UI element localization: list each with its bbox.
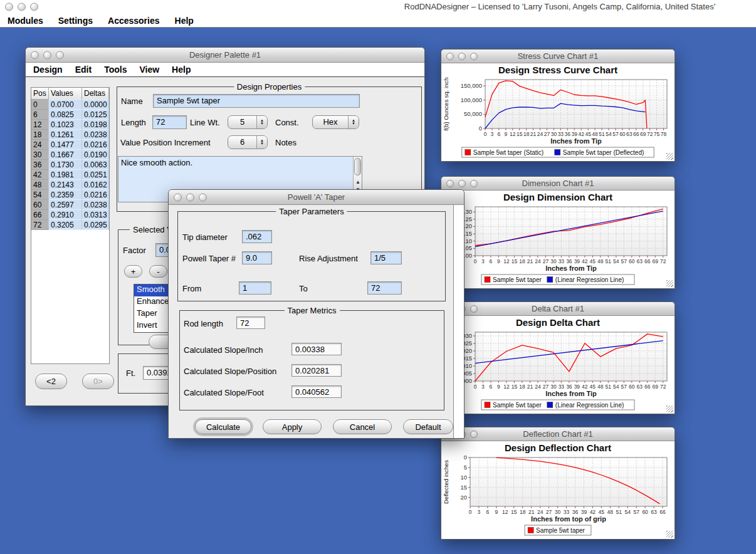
from-field[interactable]: 1 (239, 281, 271, 295)
table-cell[interactable]: 18 (31, 130, 49, 140)
resize-grip[interactable] (666, 280, 673, 287)
table-cell[interactable]: 0.0238 (82, 130, 109, 140)
table-cell[interactable]: 0.0251 (82, 170, 109, 180)
to-field[interactable]: 72 (367, 281, 402, 295)
app-menu-accessories[interactable]: Accessories (108, 16, 160, 26)
length-field[interactable]: 72 (152, 115, 187, 129)
tip-diameter-field[interactable]: .062 (242, 230, 272, 243)
table-row[interactable]: 240.14770.0216 (31, 140, 109, 150)
table-row[interactable]: 120.10230.0198 (31, 120, 109, 130)
dialog-scrollbar-track[interactable] (453, 205, 464, 438)
table-cell[interactable]: 0.1981 (49, 170, 82, 180)
stepper-arrows-icon[interactable]: ▲▼ (256, 116, 267, 128)
zoom-icon[interactable] (30, 3, 38, 11)
table-row[interactable]: 300.16670.0190 (31, 150, 109, 160)
default-button[interactable]: Default (403, 419, 453, 434)
table-cell[interactable]: 0.0825 (49, 110, 82, 120)
app-menu-help[interactable]: Help (175, 16, 194, 26)
table-row[interactable]: 540.23590.0216 (31, 190, 109, 200)
chart-titlebar[interactable]: Deflection Chart #1 (441, 427, 675, 441)
table-row[interactable]: 180.12610.0238 (31, 130, 109, 140)
table-cell[interactable]: 48 (31, 180, 49, 190)
close-icon[interactable] (174, 193, 182, 201)
app-menu-settings[interactable]: Settings (58, 16, 93, 26)
table-cell[interactable]: 54 (31, 190, 49, 200)
column-header-deltas[interactable]: Deltas (82, 88, 109, 100)
decrease-factor-button[interactable]: - (149, 265, 167, 278)
resize-grip[interactable] (666, 405, 673, 412)
table-cell[interactable]: 0.0125 (82, 110, 109, 120)
chart-titlebar[interactable]: Delta Chart #1 (441, 302, 675, 316)
zoom-icon[interactable] (470, 53, 478, 60)
table-cell[interactable]: 0.1667 (49, 150, 82, 160)
close-icon[interactable] (446, 53, 454, 60)
table-row[interactable]: 420.19810.0251 (31, 170, 109, 180)
table-cell[interactable]: 0.2597 (49, 200, 82, 210)
palette-menu-tools[interactable]: Tools (104, 65, 127, 75)
table-cell[interactable]: 66 (31, 210, 49, 220)
table-row[interactable]: 60.08250.0125 (31, 110, 109, 120)
prev-design-button[interactable]: <2 (35, 374, 67, 389)
name-field[interactable]: Sample 5wt taper (153, 94, 360, 108)
palette-menu-help[interactable]: Help (172, 65, 191, 75)
const-stepper[interactable]: Hex ▲▼ (312, 115, 359, 129)
table-row[interactable]: 660.29100.0313 (31, 210, 109, 220)
table-cell[interactable]: 0.1477 (49, 140, 82, 150)
close-icon[interactable] (5, 3, 13, 11)
table-cell[interactable]: 36 (31, 160, 49, 170)
zoom-icon[interactable] (470, 431, 478, 438)
cancel-button[interactable]: Cancel (333, 419, 392, 434)
table-cell[interactable]: 0.2910 (49, 210, 82, 220)
chart-titlebar[interactable]: Dimension Chart #1 (441, 177, 675, 191)
table-cell[interactable]: 0.3205 (49, 220, 82, 230)
table-cell[interactable]: 0.0216 (82, 190, 109, 200)
resize-grip[interactable] (666, 153, 673, 160)
table-cell[interactable]: 0.2359 (49, 190, 82, 200)
table-cell[interactable]: 0.0700 (49, 100, 82, 110)
table-row[interactable]: 00.07000.0000 (31, 100, 109, 110)
close-icon[interactable] (31, 51, 39, 59)
minimize-icon[interactable] (186, 193, 194, 201)
line-wt-stepper[interactable]: 5 ▲▼ (228, 115, 268, 129)
table-cell[interactable]: 42 (31, 170, 49, 180)
palette-menu-design[interactable]: Design (33, 65, 63, 75)
dialog-titlebar[interactable]: Powell 'A' Taper (169, 190, 464, 205)
table-cell[interactable]: 60 (31, 200, 49, 210)
table-cell[interactable]: 0.0238 (82, 200, 109, 210)
powell-taper-num-field[interactable]: 9.0 (242, 251, 272, 264)
minimize-icon[interactable] (458, 53, 466, 60)
zoom-icon[interactable] (56, 51, 64, 59)
apply-button[interactable]: Apply (263, 419, 322, 434)
scroll-up-icon[interactable]: ▲ (355, 179, 361, 185)
stepper-arrows-icon[interactable]: ▲▼ (348, 116, 359, 128)
resize-grip[interactable] (666, 531, 673, 538)
table-cell[interactable]: 30 (31, 150, 49, 160)
table-cell[interactable]: 6 (31, 110, 49, 120)
column-header-pos[interactable]: Pos (31, 88, 49, 100)
slope-inch-field[interactable]: 0.00338 (291, 343, 342, 355)
table-cell[interactable]: 0.1261 (49, 130, 82, 140)
table-cell[interactable]: 0 (31, 100, 49, 110)
palette-menu-edit[interactable]: Edit (75, 65, 92, 75)
table-row[interactable]: 360.17300.0063 (31, 160, 109, 170)
table-cell[interactable]: 72 (31, 220, 49, 230)
table-cell[interactable]: 0.0313 (82, 210, 109, 220)
values-table[interactable]: PosValuesDeltas 00.07000.000060.08250.01… (31, 87, 110, 364)
table-cell[interactable]: 0.0162 (82, 180, 109, 190)
vpi-stepper[interactable]: 6 ▲▼ (228, 135, 268, 149)
table-cell[interactable]: 0.2143 (49, 180, 82, 190)
minimize-icon[interactable] (18, 3, 26, 11)
rod-length-field[interactable]: 72 (236, 316, 265, 329)
next-design-button[interactable]: 0> (82, 374, 114, 389)
close-icon[interactable] (446, 180, 454, 187)
table-cell[interactable]: 0.0000 (82, 100, 109, 110)
palette-titlebar[interactable]: Designer Palette #1 (26, 48, 424, 63)
zoom-icon[interactable] (470, 180, 478, 187)
table-row[interactable]: 720.32050.0295 (31, 220, 109, 230)
palette-menu-view[interactable]: View (139, 65, 159, 75)
scrollbar-thumb[interactable] (354, 158, 361, 175)
zoom-icon[interactable] (470, 305, 478, 313)
minimize-icon[interactable] (458, 180, 466, 187)
minimize-icon[interactable] (43, 51, 51, 59)
slope-foot-field[interactable]: 0.040562 (291, 385, 342, 398)
